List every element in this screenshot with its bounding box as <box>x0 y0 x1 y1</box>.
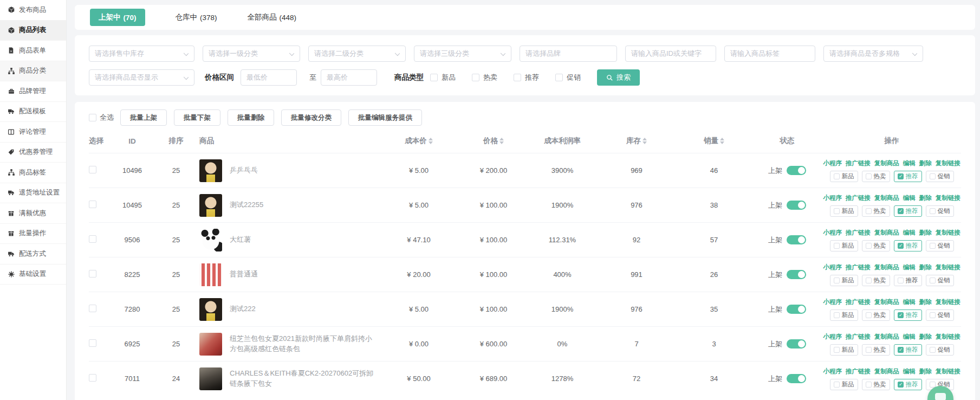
product-tag-input[interactable]: 请输入商品标签 <box>724 46 815 62</box>
row-checkbox[interactable] <box>89 339 96 347</box>
op-link[interactable]: 复制链接 <box>936 159 960 167</box>
sort-arrows-icon[interactable] <box>642 138 647 144</box>
product-type-tag-button[interactable]: 新品 <box>830 275 858 286</box>
op-link[interactable]: 复制商品 <box>874 263 899 272</box>
tab-on-sale[interactable]: 上架中 (70) <box>90 9 145 26</box>
product-type-tag-button[interactable]: 新品 <box>830 171 858 182</box>
op-link[interactable]: 小程序 <box>823 367 842 376</box>
op-link[interactable]: 推广链接 <box>846 263 871 272</box>
sidebar-item-return-address[interactable]: 退货地址设置 <box>0 183 66 204</box>
op-link[interactable]: 编辑 <box>903 159 916 167</box>
op-link[interactable]: 小程序 <box>823 333 842 341</box>
op-link[interactable]: 小程序 <box>823 229 842 237</box>
product-type-tag-button[interactable]: 促销 <box>926 171 954 182</box>
product-type-tag-button[interactable]: 推荐 <box>894 275 922 286</box>
product-type-tag-button[interactable]: 促销 <box>926 309 954 321</box>
op-link[interactable]: 小程序 <box>823 194 842 202</box>
op-link[interactable]: 删除 <box>919 159 932 167</box>
batch-edit-service-button[interactable]: 批量编辑服务提供 <box>348 109 422 126</box>
sort-arrows-icon[interactable] <box>720 138 724 144</box>
product-type-tag-button[interactable]: 促销 <box>926 240 954 251</box>
row-checkbox[interactable] <box>89 235 96 243</box>
sidebar-item-shipping-template[interactable]: 配送模板 <box>0 102 66 122</box>
type-checkbox-promo[interactable]: 促销 <box>555 73 581 82</box>
type-checkbox-hot[interactable]: 热卖 <box>472 73 497 82</box>
op-link[interactable]: 复制链接 <box>936 298 960 306</box>
status-toggle[interactable] <box>787 166 806 175</box>
tab-in-warehouse[interactable]: 仓库中 (378) <box>176 12 217 22</box>
product-type-tag-button[interactable]: 推荐 <box>894 379 922 390</box>
op-link[interactable]: 复制商品 <box>874 159 899 167</box>
op-link[interactable]: 小程序 <box>823 298 842 306</box>
status-toggle[interactable] <box>787 235 806 244</box>
sort-arrows-icon[interactable] <box>499 138 504 144</box>
op-link[interactable]: 删除 <box>919 298 932 306</box>
op-link[interactable]: 小程序 <box>823 263 842 272</box>
product-type-tag-button[interactable]: 新品 <box>830 309 858 321</box>
tab-all-products[interactable]: 全部商品 (448) <box>248 12 297 22</box>
op-link[interactable]: 删除 <box>919 367 932 376</box>
product-type-tag-button[interactable]: 促销 <box>926 275 954 286</box>
status-toggle[interactable] <box>787 270 806 279</box>
op-link[interactable]: 复制链接 <box>936 229 960 237</box>
op-link[interactable]: 编辑 <box>903 263 916 272</box>
row-checkbox[interactable] <box>89 374 96 382</box>
stock-filter-select[interactable]: 请选择售中库存 <box>89 46 194 62</box>
search-button[interactable]: 搜索 <box>597 69 640 86</box>
product-type-tag-button[interactable]: 促销 <box>926 344 954 356</box>
op-link[interactable]: 编辑 <box>903 333 916 341</box>
product-id-keyword-input[interactable]: 请输入商品ID或关键字 <box>625 46 716 62</box>
op-link[interactable]: 复制链接 <box>936 194 960 202</box>
op-link[interactable]: 复制链接 <box>936 367 960 376</box>
product-type-tag-button[interactable]: 推荐 <box>894 309 922 321</box>
multi-spec-select[interactable]: 请选择商品是否多规格 <box>823 46 923 62</box>
op-link[interactable]: 推广链接 <box>846 194 871 202</box>
product-type-tag-button[interactable]: 新品 <box>830 205 858 217</box>
sidebar-item-review-management[interactable]: 评论管理 <box>0 122 66 143</box>
product-type-tag-button[interactable]: 热卖 <box>862 205 890 217</box>
product-type-tag-button[interactable]: 推荐 <box>894 205 922 217</box>
product-type-tag-button[interactable]: 热卖 <box>862 171 890 182</box>
status-toggle[interactable] <box>787 339 806 349</box>
min-price-input[interactable]: 最低价 <box>241 69 297 86</box>
batch-delete-button[interactable]: 批量删除 <box>228 109 274 126</box>
product-type-tag-button[interactable]: 热卖 <box>862 309 890 321</box>
op-link[interactable]: 复制商品 <box>874 298 899 306</box>
product-type-tag-button[interactable]: 推荐 <box>894 171 922 182</box>
product-type-tag-button[interactable]: 推荐 <box>894 344 922 356</box>
op-link[interactable]: 复制商品 <box>874 194 899 202</box>
op-link[interactable]: 推广链接 <box>846 229 871 237</box>
row-checkbox[interactable] <box>89 201 96 208</box>
status-toggle[interactable] <box>787 305 806 314</box>
op-link[interactable]: 推广链接 <box>846 159 871 167</box>
op-link[interactable]: 编辑 <box>903 229 916 237</box>
category-level1-select[interactable]: 请选择一级分类 <box>203 46 300 62</box>
type-checkbox-recommend[interactable]: 推荐 <box>514 73 539 82</box>
sidebar-item-product-tag[interactable]: 商品标签 <box>0 163 66 183</box>
op-link[interactable]: 编辑 <box>903 194 916 202</box>
sidebar-item-basic-settings[interactable]: 基础设置 <box>0 264 66 285</box>
status-toggle[interactable] <box>787 201 806 210</box>
batch-off-sale-button[interactable]: 批量下架 <box>174 109 220 126</box>
row-checkbox[interactable] <box>89 305 96 312</box>
brand-select[interactable]: 请选择品牌 <box>520 46 617 62</box>
op-link[interactable]: 小程序 <box>823 159 842 167</box>
max-price-input[interactable]: 最高价 <box>321 69 377 86</box>
display-filter-select[interactable]: 请选择商品是否显示 <box>89 69 194 86</box>
op-link[interactable]: 推广链接 <box>846 367 871 376</box>
status-toggle[interactable] <box>787 374 806 383</box>
op-link[interactable]: 复制商品 <box>874 367 899 376</box>
row-checkbox[interactable] <box>89 270 96 278</box>
op-link[interactable]: 删除 <box>919 194 932 202</box>
batch-edit-category-button[interactable]: 批量修改分类 <box>281 109 341 126</box>
op-link[interactable]: 编辑 <box>903 367 916 376</box>
product-type-tag-button[interactable]: 推荐 <box>894 240 922 251</box>
sidebar-item-shipping-method[interactable]: 配送方式 <box>0 244 66 264</box>
product-type-tag-button[interactable]: 新品 <box>830 379 858 390</box>
op-link[interactable]: 复制链接 <box>936 263 960 272</box>
sidebar-item-product-category[interactable]: 商品分类 <box>0 61 66 82</box>
product-type-tag-button[interactable]: 促销 <box>926 205 954 217</box>
op-link[interactable]: 删除 <box>919 229 932 237</box>
row-checkbox[interactable] <box>89 166 96 173</box>
product-type-tag-button[interactable]: 热卖 <box>862 240 890 251</box>
